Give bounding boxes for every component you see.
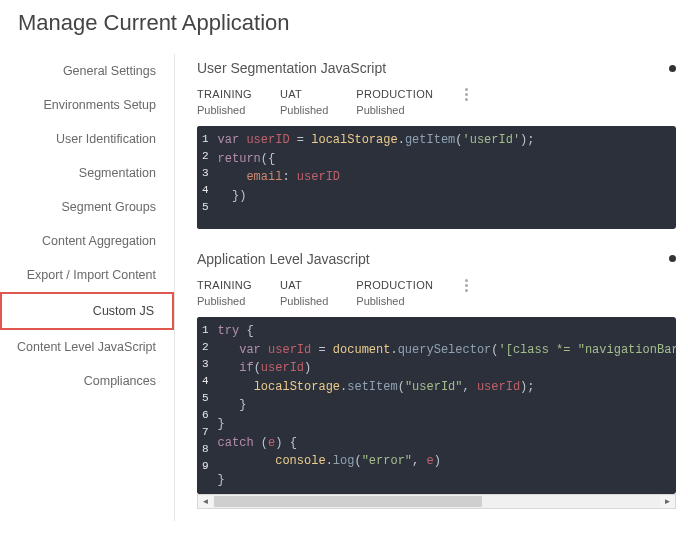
section-title: User Segmentation JavaScript <box>197 60 386 76</box>
code-editor[interactable]: 123456789try { var userId = document.que… <box>197 317 676 494</box>
scroll-thumb[interactable] <box>214 496 482 507</box>
line-gutter: 12345 <box>197 126 216 229</box>
env-tab-production[interactable]: PRODUCTIONPublished <box>356 279 433 307</box>
main-content: User Segmentation JavaScriptTRAININGPubl… <box>175 54 688 521</box>
sidebar-item-content-aggregation[interactable]: Content Aggregation <box>0 224 174 258</box>
env-tab-training[interactable]: TRAININGPublished <box>197 88 252 116</box>
env-tab-training[interactable]: TRAININGPublished <box>197 279 252 307</box>
env-tab-uat[interactable]: UATPublished <box>280 279 328 307</box>
code-editor[interactable]: 12345var userID = localStorage.getItem('… <box>197 126 676 229</box>
sidebar-item-content-level-javascript[interactable]: Content Level JavaScript <box>0 330 174 364</box>
env-tab-uat[interactable]: UATPublished <box>280 88 328 116</box>
line-gutter: 123456789 <box>197 317 216 494</box>
sidebar-item-general-settings[interactable]: General Settings <box>0 54 174 88</box>
sidebar-item-user-identification[interactable]: User Identification <box>0 122 174 156</box>
sidebar: General SettingsEnvironments SetupUser I… <box>0 54 175 521</box>
sidebar-item-segmentation[interactable]: Segmentation <box>0 156 174 190</box>
horizontal-scrollbar[interactable]: ◄► <box>197 494 676 509</box>
scroll-left-icon[interactable]: ◄ <box>198 495 213 508</box>
code-body[interactable]: var userID = localStorage.getItem('userI… <box>216 126 676 229</box>
info-icon[interactable] <box>669 255 676 262</box>
sidebar-item-segment-groups[interactable]: Segment Groups <box>0 190 174 224</box>
more-menu-icon[interactable] <box>465 279 468 292</box>
page-title: Manage Current Application <box>0 0 688 54</box>
env-tab-production[interactable]: PRODUCTIONPublished <box>356 88 433 116</box>
section-title: Application Level Javascript <box>197 251 370 267</box>
sidebar-item-custom-js[interactable]: Custom JS <box>0 292 174 330</box>
sidebar-item-export-import-content[interactable]: Export / Import Content <box>0 258 174 292</box>
sidebar-item-compliances[interactable]: Compliances <box>0 364 174 398</box>
code-body[interactable]: try { var userId = document.querySelecto… <box>216 317 676 494</box>
scroll-right-icon[interactable]: ► <box>660 495 675 508</box>
sidebar-item-environments-setup[interactable]: Environments Setup <box>0 88 174 122</box>
more-menu-icon[interactable] <box>465 88 468 101</box>
info-icon[interactable] <box>669 65 676 72</box>
